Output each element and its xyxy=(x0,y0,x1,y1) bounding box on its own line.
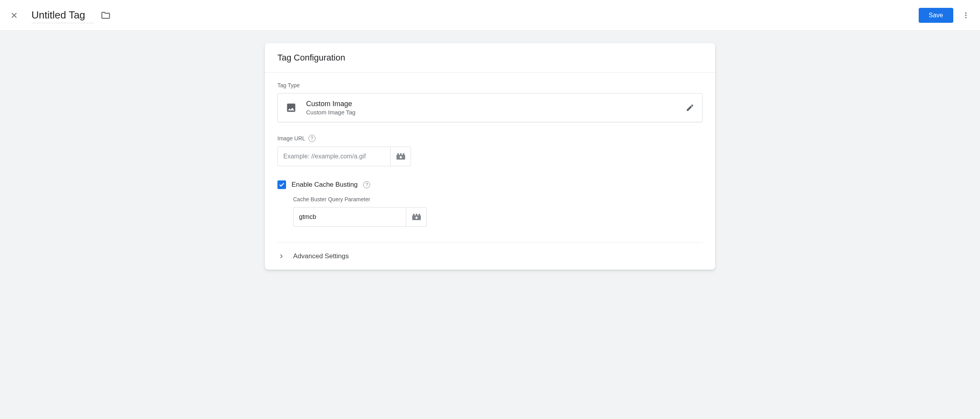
folder-button[interactable] xyxy=(101,10,111,20)
svg-rect-6 xyxy=(403,153,404,155)
image-url-input[interactable] xyxy=(277,147,391,166)
variable-icon xyxy=(396,153,406,160)
more-menu-button[interactable] xyxy=(961,11,971,20)
advanced-settings-label: Advanced Settings xyxy=(293,252,349,260)
svg-rect-4 xyxy=(397,153,399,155)
svg-point-2 xyxy=(965,17,966,18)
svg-rect-5 xyxy=(400,153,402,155)
cache-busting-row: Enable Cache Busting ? xyxy=(277,180,703,189)
cache-busting-help-button[interactable]: ? xyxy=(363,181,370,188)
cache-busting-label: Enable Cache Busting xyxy=(292,181,358,189)
edit-tag-type-button[interactable] xyxy=(686,103,694,112)
content-area: Tag Configuration Tag Type Custom Image … xyxy=(0,31,980,419)
advanced-settings-toggle[interactable]: Advanced Settings xyxy=(265,243,715,270)
tag-name-input[interactable] xyxy=(31,7,94,23)
chevron-right-icon xyxy=(277,252,285,260)
tag-type-selector[interactable]: Custom Image Custom Image Tag xyxy=(277,93,703,122)
svg-point-1 xyxy=(965,15,966,16)
image-url-help-button[interactable]: ? xyxy=(308,135,316,142)
folder-icon xyxy=(101,10,111,20)
image-url-label-text: Image URL xyxy=(277,135,305,142)
tag-type-description: Custom Image Tag xyxy=(306,109,676,116)
pencil-icon xyxy=(686,103,694,112)
svg-rect-16 xyxy=(415,217,417,218)
card-title: Tag Configuration xyxy=(277,53,703,63)
svg-rect-9 xyxy=(399,157,402,158)
more-vert-icon xyxy=(962,11,970,19)
cache-busting-checkbox[interactable] xyxy=(277,180,286,189)
tag-config-card: Tag Configuration Tag Type Custom Image … xyxy=(265,43,715,270)
tag-type-name: Custom Image xyxy=(306,100,676,108)
cache-param-variable-button[interactable] xyxy=(406,207,427,227)
save-button[interactable]: Save xyxy=(919,8,953,23)
tag-type-label: Tag Type xyxy=(277,82,703,88)
card-header: Tag Configuration xyxy=(265,43,715,73)
svg-rect-11 xyxy=(413,214,415,215)
cache-param-input[interactable] xyxy=(293,207,406,227)
close-button[interactable] xyxy=(9,11,19,20)
svg-rect-12 xyxy=(416,214,417,215)
image-icon xyxy=(286,102,297,113)
editor-header: Save xyxy=(0,0,980,31)
close-icon xyxy=(10,11,18,20)
svg-rect-13 xyxy=(418,214,420,215)
check-icon xyxy=(279,182,285,188)
variable-icon xyxy=(412,213,421,221)
tag-type-text: Custom Image Custom Image Tag xyxy=(306,100,676,116)
svg-point-0 xyxy=(965,12,966,13)
image-url-variable-button[interactable] xyxy=(391,147,411,166)
cache-param-label: Cache Buster Query Parameter xyxy=(293,196,703,202)
image-url-label: Image URL ? xyxy=(277,135,703,142)
